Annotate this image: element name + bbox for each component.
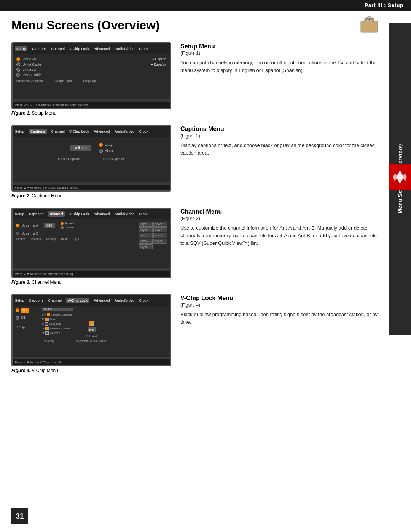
figure-ref-vchip: (Figure 4) (180, 302, 381, 308)
figure-setup: Setup Captions Channel V-Chip Lock Advan… (11, 42, 171, 116)
tv-menu-bar-channel: Setup Captions Channel V-Chip Lock Advan… (13, 209, 170, 219)
tv-screen-vchip: Setup Captions Channel V-Chip Lock Advan… (11, 294, 171, 366)
tab-advanced: Advanced (94, 47, 110, 51)
desc-text-captions: Display captions or text, and choose bla… (180, 142, 381, 157)
tab-captions: Captions (32, 47, 47, 51)
section-captions: Setup Captions Channel V-Chip Lock Advan… (11, 125, 381, 198)
tv-body-channel: Antenna A 080 Added ---- Del (13, 219, 170, 268)
figure-channel: Setup Captions Channel V-Chip Lock Advan… (11, 208, 171, 285)
tab-channel: Channel (51, 47, 65, 51)
radio-ant-a-cable (16, 62, 20, 66)
tv-status-channel: Press ▲▼ to select the antenna for editi… (13, 271, 170, 277)
header-title: Part III : Setup (365, 2, 403, 8)
section-vchip: Setup Captions Channel V-Chip Lock Advan… (11, 294, 381, 373)
menu-title-captions: Captions Menu (180, 126, 381, 133)
page-number: 31 (11, 508, 28, 524)
tv-body-vchip: On Off V-Chip TV-PG FV (13, 306, 170, 357)
fig-caption-channel: Figure 3. Channel Menu (11, 280, 171, 285)
tv-menu-bar-vchip: Setup Captions Channel V-Chip Lock Advan… (13, 295, 170, 306)
section-channel: Setup Captions Channel V-Chip Lock Advan… (11, 208, 381, 285)
desc-channel: Channel Menu (Figure 3) Use to customize… (180, 208, 381, 285)
radio-ant-b-cable (16, 73, 20, 77)
section-setup: Setup Captions Channel V-Chip Lock Advan… (11, 42, 381, 116)
radio-ant-b-air (16, 68, 20, 72)
fig-caption-captions: Figure 2. Captions Menu (11, 193, 171, 198)
tv-menu-bar-captions: Setup Captions Channel V-Chip Lock Advan… (13, 126, 170, 137)
figure-ref-captions: (Figure 2) (180, 133, 381, 139)
header-bar: Part III : Setup (0, 0, 411, 11)
tv-status-captions: Press ▲▼ to select the closed captions s… (13, 185, 170, 190)
desc-text-vchip: Block or allow programming based upon ra… (180, 311, 381, 326)
tv-body-captions: On if mute Gray Black (13, 137, 170, 182)
desc-vchip: V-Chip Lock Menu (Figure 4) Block or all… (180, 294, 381, 373)
figure-captions: Setup Captions Channel V-Chip Lock Advan… (11, 125, 171, 198)
desc-text-setup: You can put channels in memory, turn on … (180, 59, 381, 74)
tv-status-setup: Press ENTER to memorize channels for Ant… (13, 102, 170, 108)
fig-caption-setup: Figure 1. Setup Menu (11, 110, 171, 116)
tv-screen-captions: Setup Captions Channel V-Chip Lock Advan… (11, 125, 171, 192)
figure-ref-setup: (Figure 1) (180, 51, 381, 56)
tv-screen-channel: Setup Captions Channel V-Chip Lock Advan… (11, 208, 171, 278)
figure-vchip: Setup Captions Channel V-Chip Lock Advan… (11, 294, 171, 373)
tv-menu-bar: Setup Captions Channel V-Chip Lock Advan… (13, 43, 170, 54)
mitsubishi-logo (389, 164, 411, 190)
tab-clock: Clock (139, 47, 148, 51)
fig-caption-vchip: Figure 4. V-Chip Menu (11, 368, 171, 373)
desc-setup: Setup Menu (Figure 1) You can put channe… (180, 42, 381, 116)
tv-screen-setup: Setup Captions Channel V-Chip Lock Advan… (11, 42, 171, 109)
page-title: Menu Screens (Overview) (11, 18, 381, 35)
tab-audiovideo: Audio/Video (115, 47, 134, 51)
tab-setup: Setup (15, 46, 27, 51)
desc-text-channel: Use to customize the channel information… (180, 224, 381, 247)
menu-title-setup: Setup Menu (180, 43, 381, 50)
radio-ant-a-air (16, 57, 20, 61)
tv-status-vchip: Press ▲▼ to turn V-Chip on or off. (13, 359, 170, 365)
menu-title-channel: Channel Menu (180, 208, 381, 215)
desc-captions: Captions Menu (Figure 2) Display caption… (180, 125, 381, 198)
tab-vchip: V-Chip Lock (69, 47, 89, 51)
figure-ref-channel: (Figure 3) (180, 216, 381, 221)
tv-body-setup: Ant A Air ● English Ant A Cable ● Españo… (13, 54, 170, 99)
menu-title-vchip: V-Chip Lock Menu (180, 295, 381, 302)
